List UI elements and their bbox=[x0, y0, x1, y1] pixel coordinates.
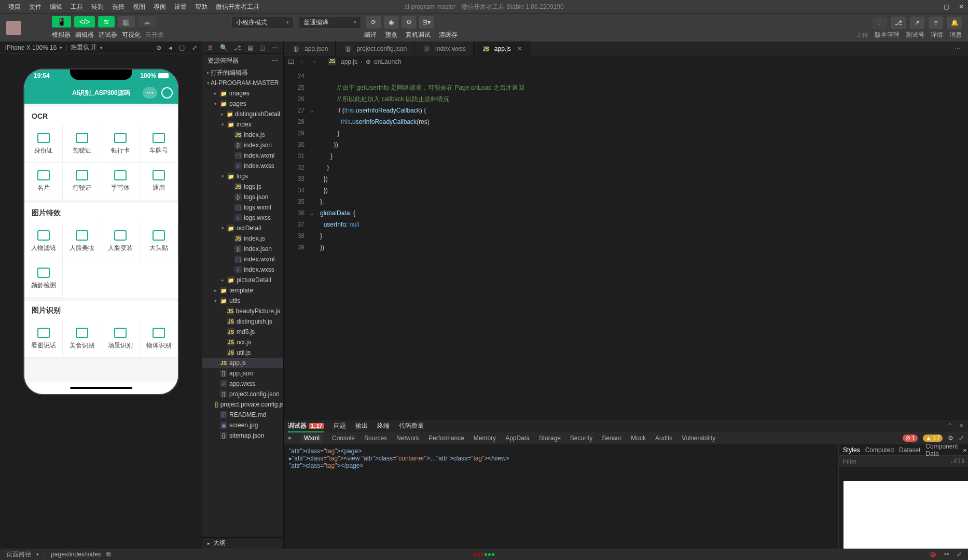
dt2-Memory[interactable]: Memory bbox=[474, 435, 496, 442]
simulator-toggle[interactable]: 📱 bbox=[52, 16, 71, 27]
tree-index.js[interactable]: JSindex.js bbox=[202, 233, 283, 244]
bc-file[interactable]: app.js bbox=[341, 58, 357, 65]
menu-项目[interactable]: 项目 bbox=[4, 3, 25, 10]
tile-人物滤镜[interactable]: 人物滤镜 bbox=[24, 223, 63, 260]
tree-logs[interactable]: ▾📁logs bbox=[202, 171, 283, 181]
bc-symbol[interactable]: onLaunch bbox=[374, 58, 402, 65]
tree-app.json[interactable]: {}app.json bbox=[202, 368, 283, 379]
tile-人脸变装[interactable]: 人脸变装 bbox=[101, 223, 140, 260]
tile-物体识别[interactable]: 物体识别 bbox=[140, 320, 178, 358]
tab-project.config.json[interactable]: {}project.config.json bbox=[336, 41, 414, 56]
dt2-Console[interactable]: Console bbox=[332, 435, 355, 442]
preview-button[interactable]: ◉ bbox=[384, 16, 398, 29]
menu-视图[interactable]: 视图 bbox=[129, 3, 149, 10]
tree-index[interactable]: ▾📁index bbox=[202, 119, 283, 130]
dt1-调试器[interactable]: 调试器1, 17 bbox=[288, 422, 324, 430]
home-icon[interactable]: ▢ bbox=[179, 44, 185, 51]
bc-back-icon[interactable]: ← bbox=[299, 58, 306, 65]
tree-distinguishDetail[interactable]: ▸📁distinguishDetail bbox=[202, 109, 283, 119]
tree-pages[interactable]: ▾📁pages bbox=[202, 99, 283, 109]
bc-fwd-icon[interactable]: → bbox=[311, 58, 317, 65]
dt1-代码质量[interactable]: 代码质量 bbox=[399, 422, 424, 430]
device-dropdown[interactable]: iPhone X 100% 16 bbox=[5, 44, 57, 51]
tile-身份证[interactable]: 身份证 bbox=[24, 125, 63, 163]
dt2-Network[interactable]: Network bbox=[396, 435, 419, 442]
tab-index.wxss[interactable]: #index.wxss bbox=[414, 41, 474, 56]
status-scissors-icon[interactable]: ✂ bbox=[944, 551, 949, 558]
tile-手写体[interactable]: 手写体 bbox=[101, 163, 140, 200]
outline-header[interactable]: 大纲 bbox=[213, 539, 226, 548]
clear-cache-button[interactable]: ⊟▾ bbox=[419, 16, 434, 29]
tree-app.js[interactable]: JSapp.js bbox=[202, 358, 283, 368]
tile-场景识别[interactable]: 场景识别 bbox=[101, 320, 140, 358]
tile-车牌号[interactable]: 车牌号 bbox=[140, 125, 178, 163]
tree-logs.json[interactable]: {}logs.json bbox=[202, 192, 283, 202]
visualize-toggle[interactable]: ▦ bbox=[118, 16, 135, 27]
tile-银行卡[interactable]: 银行卡 bbox=[101, 125, 140, 163]
tree-README.md[interactable]: ⓘREADME.md bbox=[202, 410, 283, 420]
devtools-expand-icon[interactable]: ⌃ bbox=[947, 422, 952, 429]
search-icon[interactable]: 🔍 bbox=[220, 44, 228, 51]
tile-颜龄检测[interactable]: 颜龄检测 bbox=[24, 260, 63, 298]
notifications-button[interactable]: 🔔 bbox=[947, 17, 962, 29]
dt2-Vulnerability[interactable]: Vulnerability bbox=[682, 435, 715, 442]
side-Dataset[interactable]: Dataset bbox=[899, 446, 920, 454]
upload-button[interactable]: ⤴ bbox=[873, 17, 887, 29]
tabbar-actions-icon[interactable]: ⋯ bbox=[947, 41, 968, 56]
menu-转到[interactable]: 转到 bbox=[87, 3, 108, 10]
tab-app.js[interactable]: JSapp.js✕ bbox=[474, 41, 530, 56]
tile-美食识别[interactable]: 美食识别 bbox=[63, 320, 101, 358]
dt2-Wxml[interactable]: Wxml bbox=[301, 433, 323, 443]
tree-logs.js[interactable]: JSlogs.js bbox=[202, 181, 283, 192]
tree-app.wxss[interactable]: #app.wxss bbox=[202, 379, 283, 389]
tree-util.js[interactable]: JSutil.js bbox=[202, 347, 283, 358]
code-editor[interactable]: 24252627282930313233343536373839 ⌄⌄ // 由… bbox=[284, 67, 968, 419]
tree-beautyPicture.js[interactable]: JSbeautyPicture.js bbox=[202, 306, 283, 316]
tree-ocr.js[interactable]: JSocr.js bbox=[202, 337, 283, 347]
close-icon[interactable]: ✕ bbox=[959, 3, 964, 10]
tree-screen.jpg[interactable]: ▣screen.jpg bbox=[202, 420, 283, 430]
copy-path-icon[interactable]: ⧉ bbox=[106, 551, 111, 558]
remote-debug-button[interactable]: ⚙ bbox=[402, 16, 416, 29]
tree-index.wxml[interactable]: ⬚index.wxml bbox=[202, 254, 283, 264]
close-tab-icon[interactable]: ✕ bbox=[517, 45, 522, 52]
tile-名片[interactable]: 名片 bbox=[24, 163, 63, 200]
tree-md5.js[interactable]: JSmd5.js bbox=[202, 327, 283, 337]
dt2-AppData[interactable]: AppData bbox=[505, 435, 530, 442]
tree-template[interactable]: ▸📁template bbox=[202, 285, 283, 296]
capsule-close-icon[interactable] bbox=[161, 87, 173, 99]
menu-选择[interactable]: 选择 bbox=[108, 3, 129, 10]
devtools-undock-icon[interactable]: ⤢ bbox=[959, 435, 964, 442]
tile-行驶证[interactable]: 行驶证 bbox=[63, 163, 101, 200]
devtools-close-icon[interactable]: ✕ bbox=[959, 422, 964, 429]
mute-icon[interactable]: ⊘ bbox=[156, 44, 161, 51]
side-Styles[interactable]: Styles bbox=[843, 446, 860, 454]
ext-icon[interactable]: ▦ bbox=[247, 44, 253, 51]
menu-设置[interactable]: 设置 bbox=[170, 3, 191, 10]
element-picker-icon[interactable]: ⌖ bbox=[288, 435, 292, 442]
styles-filter-input[interactable] bbox=[839, 456, 968, 467]
tile-看图说话[interactable]: 看图说话 bbox=[24, 320, 63, 358]
status-bug-icon[interactable]: 🐞 bbox=[929, 551, 937, 558]
cls-button[interactable]: .cls bbox=[950, 457, 965, 465]
menu-帮助[interactable]: 帮助 bbox=[191, 3, 212, 10]
tree-index.wxss[interactable]: #index.wxss bbox=[202, 264, 283, 275]
bc-save-icon[interactable]: 🕮 bbox=[288, 58, 294, 65]
avatar[interactable] bbox=[6, 21, 21, 35]
cloud-toggle[interactable]: ☁ bbox=[138, 16, 156, 27]
testid-button[interactable]: ↗ bbox=[910, 17, 924, 29]
tree-index.wxss[interactable]: #index.wxss bbox=[202, 161, 283, 171]
dt2-Audits[interactable]: Audits bbox=[655, 435, 672, 442]
undock-icon[interactable]: ⤢ bbox=[192, 44, 197, 51]
tree-sitemap.json[interactable]: {}sitemap.json bbox=[202, 430, 283, 441]
explorer-actions-icon[interactable]: ⋯ bbox=[272, 57, 278, 64]
devtools-settings-icon[interactable]: ⚙ bbox=[948, 435, 953, 442]
tab-app.json[interactable]: {}app.json bbox=[284, 41, 336, 56]
tree-logs.wxss[interactable]: #logs.wxss bbox=[202, 213, 283, 223]
dt1-问题[interactable]: 问题 bbox=[334, 422, 346, 430]
dt1-终端[interactable]: 终端 bbox=[377, 422, 390, 430]
side-more-icon[interactable]: » bbox=[963, 446, 966, 454]
menu-微信开发者工具[interactable]: 微信开发者工具 bbox=[212, 3, 264, 10]
version-button[interactable]: ⎇ bbox=[891, 17, 906, 29]
tile-大头贴[interactable]: 大头贴 bbox=[140, 223, 178, 260]
